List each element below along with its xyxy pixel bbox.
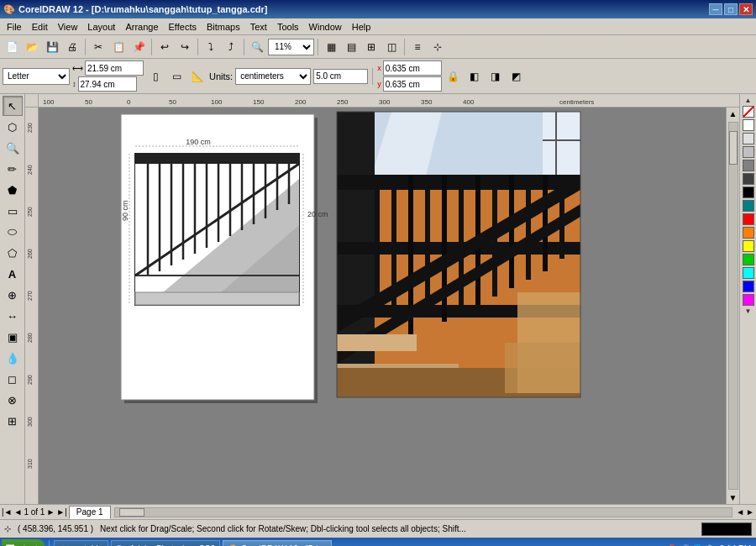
- swatch-mid-gray[interactable]: [743, 160, 754, 171]
- swatch-dark-gray[interactable]: [743, 173, 754, 185]
- swatch-gray[interactable]: [743, 146, 754, 158]
- taskbar-coreldraw[interactable]: 🎨 CorelDRAW 12 - [D:\...: [223, 540, 332, 546]
- swatch-white[interactable]: [743, 119, 754, 131]
- dimension-tool[interactable]: ↔: [3, 306, 23, 326]
- fill-tool[interactable]: ▣: [3, 327, 23, 347]
- page-nav-next[interactable]: ►: [46, 507, 55, 517]
- page-width-input[interactable]: [85, 60, 144, 76]
- close-button[interactable]: ✕: [739, 3, 753, 15]
- connector-tool[interactable]: ⊕: [3, 285, 23, 305]
- freehand-tool[interactable]: ✏: [3, 159, 23, 179]
- swatch-blue[interactable]: [743, 281, 754, 292]
- menu-help[interactable]: Help: [347, 18, 376, 34]
- view-btn4[interactable]: ◫: [382, 38, 401, 56]
- menu-effects[interactable]: Effects: [164, 18, 202, 34]
- page-nav-last[interactable]: ►|: [56, 507, 67, 517]
- start-button[interactable]: ⊞ start: [2, 539, 45, 546]
- nudge-input[interactable]: [313, 69, 368, 84]
- swatch-orange[interactable]: [743, 227, 754, 239]
- zoom-tool[interactable]: 🔍: [3, 138, 23, 158]
- swatch-teal[interactable]: [743, 200, 754, 212]
- page-height-input[interactable]: [78, 76, 137, 92]
- new-button[interactable]: 📄: [3, 38, 21, 56]
- extrude-tool[interactable]: ⊞: [3, 411, 23, 431]
- page-nav-first[interactable]: |◄: [2, 507, 13, 517]
- paper-size-select[interactable]: Letter A4: [3, 68, 70, 85]
- zoom-select[interactable]: 11% 25% 50% 75% 100%: [268, 39, 314, 55]
- snap-btn[interactable]: ⊹: [428, 38, 447, 56]
- view-btn2[interactable]: ▤: [342, 38, 360, 56]
- swatch-yellow[interactable]: [743, 240, 754, 252]
- export-button[interactable]: ⤴: [222, 38, 240, 56]
- outline-tool[interactable]: ◻: [3, 369, 23, 389]
- menu-window[interactable]: Window: [304, 18, 347, 34]
- scroll-up-btn[interactable]: ▲: [727, 108, 739, 120]
- import-button[interactable]: ⤵: [202, 38, 220, 56]
- swatch-red[interactable]: [743, 213, 754, 225]
- prop-btn2[interactable]: ◨: [486, 67, 505, 86]
- palette-scroll-up[interactable]: ▲: [744, 96, 753, 105]
- view-btn1[interactable]: ▦: [322, 38, 340, 56]
- swatch-black[interactable]: [743, 186, 754, 198]
- scroll-down-btn[interactable]: ▼: [727, 491, 739, 504]
- save-button[interactable]: 💾: [43, 38, 61, 56]
- minimize-button[interactable]: ─: [709, 3, 722, 15]
- svg-text:270: 270: [27, 291, 33, 301]
- portrait-btn[interactable]: ▯: [146, 67, 165, 86]
- menu-text[interactable]: Text: [245, 18, 272, 34]
- menu-file[interactable]: File: [2, 18, 27, 34]
- zoom-in-button[interactable]: 🔍: [248, 38, 266, 56]
- taskbar-photoshop[interactable]: Ps Adobe Photoshop CS3: [111, 540, 220, 546]
- x-input[interactable]: [383, 60, 442, 76]
- select-tool[interactable]: ↖: [3, 96, 23, 116]
- shape-tool[interactable]: ⬡: [3, 117, 23, 137]
- redo-button[interactable]: ↪: [176, 38, 194, 56]
- prop-btn1[interactable]: ◧: [465, 67, 484, 86]
- cut-button[interactable]: ✂: [89, 38, 108, 56]
- units-select[interactable]: centimeters inches pixels: [235, 68, 311, 85]
- eyedropper-tool[interactable]: 💧: [3, 348, 23, 368]
- menu-layout[interactable]: Layout: [82, 18, 120, 34]
- right-scrollbar[interactable]: ▲ ▼: [726, 108, 739, 504]
- menu-tools[interactable]: Tools: [272, 18, 304, 34]
- landscape-btn[interactable]: ▭: [167, 67, 186, 86]
- text-tool[interactable]: A: [3, 264, 23, 284]
- open-button[interactable]: 📂: [23, 38, 41, 56]
- ellipse-tool[interactable]: ⬭: [3, 222, 23, 242]
- menu-view[interactable]: View: [53, 18, 83, 34]
- undo-button[interactable]: ↩: [155, 38, 174, 56]
- h-scroll-right[interactable]: ►: [746, 507, 754, 517]
- swatch-magenta[interactable]: [743, 294, 754, 306]
- view-btn3[interactable]: ⊞: [362, 38, 381, 56]
- swatch-cyan[interactable]: [743, 267, 754, 279]
- scroll-thumb[interactable]: [729, 131, 738, 165]
- palette-scroll-down[interactable]: ▼: [744, 307, 753, 316]
- swatch-none[interactable]: [743, 106, 754, 118]
- lock-ratio-btn[interactable]: 🔒: [444, 67, 463, 86]
- polygon-tool[interactable]: ⬠: [3, 243, 23, 263]
- y-input[interactable]: [383, 76, 442, 92]
- menu-bitmaps[interactable]: Bitmaps: [202, 18, 245, 34]
- menu-arrange[interactable]: Arrange: [120, 18, 163, 34]
- copy-button[interactable]: 📋: [109, 38, 128, 56]
- taskbar-portable[interactable]: 📁 portable: [54, 540, 108, 546]
- horizontal-scrollbar[interactable]: [114, 507, 733, 517]
- swatch-green[interactable]: [743, 254, 754, 265]
- smart-fill-tool[interactable]: ⬟: [3, 180, 23, 200]
- paste-button[interactable]: 📌: [129, 38, 148, 56]
- print-button[interactable]: 🖨: [63, 38, 81, 56]
- page-nav-prev[interactable]: ◄: [14, 507, 23, 517]
- canvas-area[interactable]: 100 50 0 50 100 150 200 250 300 350 400 …: [25, 94, 739, 504]
- maximize-button[interactable]: □: [724, 3, 738, 15]
- h-scroll-left[interactable]: ◄: [736, 507, 744, 517]
- align-btn[interactable]: ≡: [408, 38, 427, 56]
- blend-tool[interactable]: ⊗: [3, 390, 23, 410]
- page-tab-1[interactable]: Page 1: [69, 506, 111, 519]
- swatch-light-gray[interactable]: [743, 133, 754, 144]
- page-settings-btn[interactable]: 📐: [188, 67, 207, 86]
- rectangle-tool[interactable]: ▭: [3, 201, 23, 221]
- prop-btn3[interactable]: ◩: [507, 67, 526, 86]
- menu-edit[interactable]: Edit: [27, 18, 53, 34]
- h-scroll-thumb[interactable]: [119, 508, 144, 517]
- scroll-track[interactable]: [728, 122, 738, 490]
